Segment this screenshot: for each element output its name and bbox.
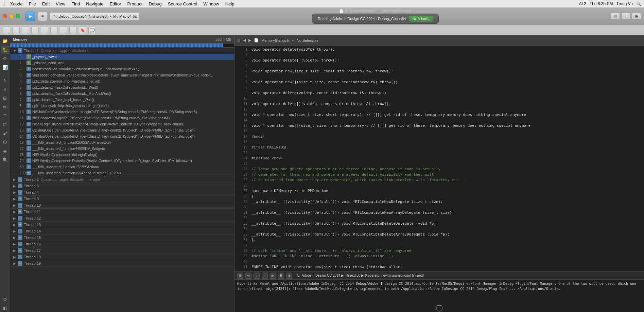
frame-row-2[interactable]: 2 f boost::condition_variable::wait(boos… [10,66,234,72]
debug-area-toggle[interactable]: ⊟ [3,27,10,34]
thread-11-header[interactable]: ▶ T Thread 11 [10,209,234,215]
frame-row-10[interactable]: 10 f NISJoinCmsSynchronization::IsLoginT… [10,109,234,115]
menu-find[interactable]: Find [69,1,83,7]
sidebar-icon-zoom[interactable]: 🔍 [1,156,9,164]
breadcrumb-file[interactable]: MemoryStatics.h [261,38,289,42]
frame-row-12[interactable]: 12 f NISUILoginDialogController::ApplyDi… [10,121,234,127]
console-continue[interactable]: ▶ [270,273,276,279]
scheme-selector[interactable]: 🔧 Debug_Cocoa64 (NIS project) ▸ My Mac 6… [50,12,140,20]
menu-window[interactable]: Window [201,1,222,7]
sidebar-icon-debug[interactable]: 🐛 [1,46,9,54]
code-content[interactable]: 1void operator delete(void*p) throw();23… [234,46,644,271]
grid-view-btn[interactable]: ⊞ [31,27,39,34]
warning-btn[interactable]: ⚠ [41,27,48,34]
frame-row-79[interactable]: 79 f NISUIActionComponent::DoAction(IAct… [10,158,234,164]
chat-btn[interactable]: 💬 [88,27,96,34]
sidebar-icon-rulers[interactable]: ⊞ [1,94,9,102]
thread-14-header[interactable]: ▶ T Thread 14 [10,228,234,234]
thread-18-header[interactable]: ▶ T Thread 18 [10,254,234,260]
code-text-6: void* operator new[](size_t size, const … [251,80,398,85]
frame-row-77[interactable]: 77 f ___lldb_unnamed_function445$$DV_Wid… [10,145,234,152]
apple-menu-icon[interactable]:  [3,1,5,7]
sidebar-icon-folder[interactable]: 📁 [1,37,9,45]
sidebar-icon-shape[interactable]: □ [1,120,9,128]
thread-list[interactable]: ▼ T Thread 1 Queue: com.apple.main-threa… [10,48,234,312]
sort-btn[interactable]: ⊳ [69,27,77,34]
frame-row-5[interactable]: 5 f pplx::details::_TaskCollectionImpl::… [10,84,234,90]
back-button[interactable]: ◀ [12,27,20,34]
sidebar-icon-cursor[interactable]: ↖ [1,76,9,84]
forward-button[interactable]: ▶ [22,27,29,34]
frame-row-0[interactable]: 0 f _psynch_cvwait [10,54,234,60]
menu-navigate[interactable]: Navigate [83,1,106,7]
thread-9-header[interactable]: ▶ T Thread 9 [10,196,234,202]
frame-row-11[interactable]: 11 f NISFacade::IsLoginToEPIServer(PMStr… [10,115,234,121]
thread-3-header[interactable]: ▶ T Thread 3 [10,183,234,189]
sidebar-icon-report[interactable]: 📊 [1,63,9,71]
sidebar-icon-fill[interactable]: ◈ [1,147,9,155]
view-toggle-button[interactable]: ⊞ [611,13,620,20]
menu-debug[interactable]: Debug [146,1,164,7]
thread-19-header[interactable]: ▶ T Thread 19 [10,260,234,266]
frame-row-4[interactable]: 4 f pplx::details::event_impl::wait(unsi… [10,78,234,84]
search-icon[interactable]: 🔍 [636,1,641,6]
thread-15-header[interactable]: ▶ T Thread 15 [10,235,234,241]
menu-source-control[interactable]: Source Control [165,1,200,7]
frame-row-6[interactable]: 6 f pplx::details::_TaskCollectionImpl::… [10,90,234,97]
sidebar-icon-pan[interactable]: ✥ [1,85,9,93]
code-line-37: 38// both "inline" and "__attribute__ ((… [234,248,644,254]
run-button[interactable]: ▶ [25,12,35,21]
sidebar-icon-paint[interactable]: 🖌 [1,129,9,137]
menu-edit[interactable]: Edit [39,1,52,7]
thread-2-header[interactable]: ▶ T Thread 2 Queue: com.apple.libdispatc… [10,176,234,183]
frame-row-80[interactable]: 80 f ___lldb_unnamed_function1722$$Actio… [10,164,234,170]
flag-btn[interactable]: ⚑ [50,27,58,34]
thread-10-header[interactable]: ▶ T Thread 10 [10,202,234,208]
console-step-over[interactable]: ↩ [245,273,251,279]
console-output[interactable]: Hyperlinks Panel and /Applications/Adobe… [234,280,644,312]
maximize-button[interactable] [16,14,20,18]
frame-row-7[interactable]: 7 f pplx::details::_Task_impl_base::_Wai… [10,97,234,103]
frame-row-16[interactable]: 16 f ___lldb_unnamed_function9256$$AppFr… [10,139,234,145]
frame-row-1[interactable]: 1 f _pthread_cond_wait [10,60,234,66]
frame-row-13[interactable]: 13 f CDialogObserver::Update(IDType<Clas… [10,127,234,133]
frame-row-109[interactable]: 109 f ___lldb_unnamed_function1$$Adobe I… [10,170,234,176]
console-pause[interactable]: ⏸ [278,273,284,279]
sidebar-icon-draw[interactable]: ✏ [1,103,9,111]
stop-button[interactable]: ■ [38,12,47,21]
menu-help[interactable]: Help [223,1,237,7]
sidebar-icon-breakpoints[interactable]: ⊘ [1,54,9,63]
inspector-button[interactable]: ▣ [632,13,641,20]
thread-12-header[interactable]: ▶ T Thread 12 [10,215,234,221]
frame-row-78[interactable]: 78 f NISUIActionComponent::doLoginDialog… [10,152,234,158]
menu-editor[interactable]: Editor [107,1,124,7]
console-step-out[interactable]: ↑ [262,273,268,279]
menu-file[interactable]: File [26,1,39,7]
layout-button[interactable]: ⊡ [621,13,630,20]
menu-xcode[interactable]: Xcode [7,1,25,7]
thread-13-header[interactable]: ▶ T Thread 13 [10,222,234,228]
minimize-button[interactable] [9,14,14,18]
list-btn[interactable]: ☰ [60,27,67,34]
console-toggle-btn[interactable]: ⊟ [237,273,243,279]
console-breakpoint[interactable]: ◉ [286,273,292,279]
sidebar-icon-layers[interactable]: ◧ [1,304,9,312]
frame-row-8[interactable]: 8 f pplx::task<web::http::http_response>… [10,103,234,109]
menu-view[interactable]: View [53,1,68,7]
thread-16-header[interactable]: ▶ T Thread 16 [10,241,234,247]
menu-product[interactable]: Product [125,1,145,7]
thread-17-header[interactable]: ▶ T Thread 17 [10,247,234,254]
frame-row-14[interactable]: 14 f CDialogObserver::Update(IDType<Clas… [10,133,234,139]
thread-1-header[interactable]: ▼ T Thread 1 Queue: com.apple.main-threa… [10,48,234,54]
sidebar-icon-settings[interactable]: ⚙ [1,295,9,303]
console-step-in[interactable]: ↓ [254,273,260,279]
sidebar-icon-stamp[interactable]: ⬡ [1,138,9,146]
frame-icon-5: f [27,85,31,90]
close-button[interactable] [3,14,7,18]
code-line-6: 7void* operator new[](size_t size, const… [234,80,644,85]
breadcrumb-selection[interactable]: No Selection [297,38,318,42]
bookmark-btn[interactable]: 🔖 [79,27,86,34]
sidebar-icon-text[interactable]: T [1,111,9,120]
frame-row-3[interactable]: 3 f void boost::condition_variable::wait… [10,72,234,78]
thread-4-header[interactable]: ▶ T Thread 4 [10,189,234,195]
